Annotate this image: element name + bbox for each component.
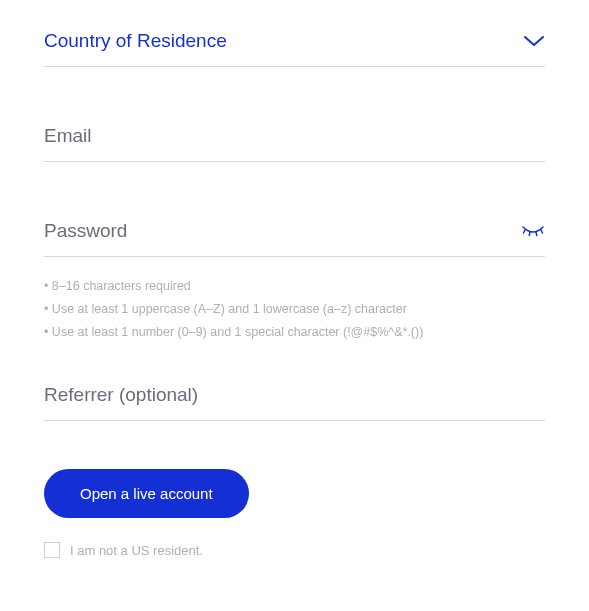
eye-closed-icon[interactable] bbox=[521, 223, 545, 239]
svg-line-1 bbox=[529, 232, 530, 235]
password-hint: • 8–16 characters required bbox=[44, 275, 545, 298]
referrer-field[interactable] bbox=[44, 384, 545, 406]
chevron-down-icon bbox=[523, 35, 545, 47]
svg-line-3 bbox=[541, 230, 543, 233]
us-resident-checkbox[interactable] bbox=[44, 542, 60, 558]
svg-line-2 bbox=[536, 232, 537, 235]
password-hint: • Use at least 1 number (0–9) and 1 spec… bbox=[44, 321, 545, 344]
password-hints: • 8–16 characters required • Use at leas… bbox=[44, 275, 545, 344]
password-hint: • Use at least 1 uppercase (A–Z) and 1 l… bbox=[44, 298, 545, 321]
country-select[interactable]: Country of Residence bbox=[44, 30, 545, 67]
country-label: Country of Residence bbox=[44, 30, 227, 52]
open-account-button[interactable]: Open a live account bbox=[44, 469, 249, 518]
password-field[interactable] bbox=[44, 220, 521, 242]
us-resident-label: I am not a US resident. bbox=[70, 543, 203, 558]
email-field[interactable] bbox=[44, 125, 545, 147]
svg-line-0 bbox=[524, 230, 526, 233]
